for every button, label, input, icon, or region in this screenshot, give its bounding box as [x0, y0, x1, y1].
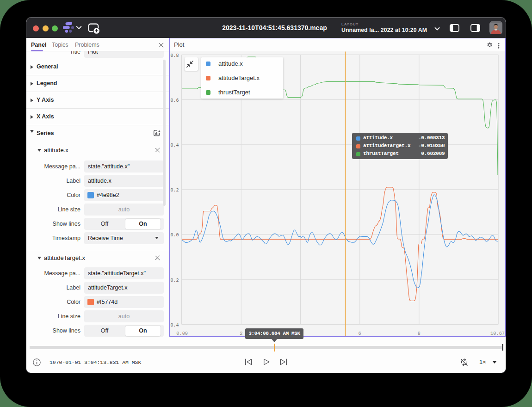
svg-text:0.6: 0.6 [170, 98, 179, 103]
svg-text:0.2: 0.2 [170, 188, 179, 193]
svg-text:0.00: 0.00 [176, 331, 188, 336]
svg-text:10.67: 10.67 [490, 331, 505, 336]
svg-text:-0.2: -0.2 [169, 278, 179, 283]
svg-text:-0.4: -0.4 [169, 323, 179, 328]
svg-text:8: 8 [418, 331, 421, 336]
svg-text:0.4: 0.4 [170, 143, 179, 148]
svg-text:0.0: 0.0 [170, 233, 179, 238]
svg-text:6: 6 [359, 331, 361, 336]
svg-text:0.8: 0.8 [170, 53, 179, 58]
svg-text:2: 2 [240, 331, 242, 336]
